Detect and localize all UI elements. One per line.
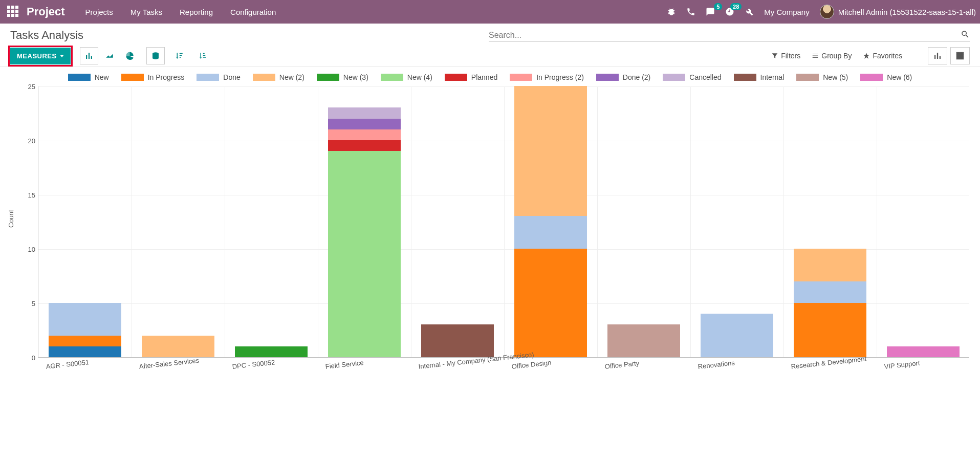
bar-group[interactable]	[514, 86, 587, 357]
chart-legend: NewIn ProgressDoneNew (2)New (3)New (4)P…	[0, 67, 980, 84]
legend-label: Internal	[760, 73, 785, 81]
legend-label: New (3)	[343, 73, 368, 81]
systray: 5 28 My Company Mitchell Admin (15531522…	[667, 5, 976, 19]
legend-swatch	[596, 74, 619, 81]
topbar: Project Projects My Tasks Reporting Conf…	[0, 0, 980, 24]
bar-group[interactable]	[235, 346, 308, 357]
user-name: Mitchell Admin (15531522-saas-15-1-all)	[838, 8, 976, 16]
legend-item[interactable]: Done (2)	[596, 73, 650, 81]
bar-group[interactable]	[421, 324, 494, 357]
search-bar[interactable]	[489, 29, 970, 42]
app-brand[interactable]: Project	[27, 5, 65, 18]
filters-button[interactable]: Filters	[771, 52, 800, 60]
bar-segment[interactable]	[514, 216, 587, 249]
search-input[interactable]	[489, 31, 961, 40]
x-tick: After-Sales Services	[139, 357, 200, 370]
bar-segment[interactable]	[794, 303, 866, 357]
chart-plot[interactable]: 0510152025	[38, 86, 969, 358]
legend-swatch	[253, 74, 275, 81]
legend-item[interactable]: New (2)	[253, 73, 304, 81]
x-tick: Renovations	[698, 359, 735, 370]
legend-swatch	[663, 74, 685, 81]
bar-group[interactable]	[49, 303, 121, 357]
legend-label: New (2)	[279, 73, 304, 81]
stacked-button[interactable]	[146, 47, 165, 64]
legend-item[interactable]: Planned	[445, 73, 497, 81]
user-menu[interactable]: Mitchell Admin (15531522-saas-15-1-all)	[820, 5, 976, 19]
legend-item[interactable]: New (4)	[381, 73, 432, 81]
legend-item[interactable]: Cancelled	[663, 73, 721, 81]
messaging-icon[interactable]: 5	[706, 7, 715, 16]
bar-segment[interactable]	[49, 336, 121, 346]
x-tick: Office Party	[604, 359, 640, 370]
bar-segment[interactable]	[49, 346, 121, 357]
legend-item[interactable]: New (5)	[796, 73, 848, 81]
bar-segment[interactable]	[887, 346, 960, 357]
legend-label: Done	[223, 73, 240, 81]
line-chart-button[interactable]	[100, 47, 119, 64]
favorites-button[interactable]: Favorites	[863, 52, 902, 60]
bar-group[interactable]	[607, 324, 680, 357]
legend-label: New	[95, 73, 109, 81]
y-tick: 15	[21, 191, 35, 199]
phone-icon[interactable]	[686, 7, 695, 16]
apps-icon[interactable]	[7, 6, 19, 18]
legend-label: In Progress (2)	[536, 73, 584, 81]
menu-my-tasks[interactable]: My Tasks	[130, 8, 162, 16]
bar-segment[interactable]	[328, 129, 401, 140]
legend-label: Cancelled	[689, 73, 721, 81]
bar-segment[interactable]	[421, 324, 494, 357]
bar-segment[interactable]	[794, 249, 866, 281]
y-axis-label: Count	[7, 210, 15, 228]
bar-group[interactable]	[328, 107, 401, 357]
sort-desc-button[interactable]	[170, 47, 188, 64]
pivot-view-button[interactable]	[950, 47, 970, 64]
legend-item[interactable]: In Progress (2)	[510, 73, 584, 81]
graph-view-button[interactable]	[928, 47, 947, 64]
legend-item[interactable]: New	[68, 73, 109, 81]
legend-item[interactable]: Done	[197, 73, 240, 81]
y-tick: 25	[21, 83, 35, 91]
bar-group[interactable]	[701, 314, 773, 357]
bar-segment[interactable]	[328, 140, 401, 151]
bar-segment[interactable]	[49, 303, 121, 336]
bar-segment[interactable]	[142, 336, 214, 357]
menu-configuration[interactable]: Configuration	[230, 8, 276, 16]
bar-group[interactable]	[142, 336, 214, 357]
bar-chart-button[interactable]	[80, 47, 98, 64]
avatar	[820, 5, 834, 19]
measures-button[interactable]: MEASURES	[10, 48, 71, 64]
bar-segment[interactable]	[514, 249, 587, 357]
bar-segment[interactable]	[328, 107, 401, 118]
measures-label: MEASURES	[17, 52, 57, 60]
bar-segment[interactable]	[235, 346, 308, 357]
legend-item[interactable]: New (3)	[317, 73, 368, 81]
bar-segment[interactable]	[328, 151, 401, 357]
y-tick: 20	[21, 137, 35, 145]
legend-item[interactable]: In Progress	[121, 73, 185, 81]
legend-swatch	[121, 74, 144, 81]
bar-group[interactable]	[794, 249, 866, 357]
bug-icon[interactable]	[667, 7, 676, 16]
bar-segment[interactable]	[607, 324, 680, 357]
x-tick: VIP Support	[884, 359, 920, 370]
legend-label: Planned	[471, 73, 497, 81]
bar-segment[interactable]	[794, 281, 866, 303]
menu-projects[interactable]: Projects	[85, 8, 113, 16]
legend-label: New (6)	[887, 73, 912, 81]
groupby-button[interactable]: Group By	[812, 52, 852, 60]
activities-icon[interactable]: 28	[725, 7, 734, 16]
y-tick: 5	[21, 300, 35, 308]
company-switcher[interactable]: My Company	[764, 8, 809, 16]
pie-chart-button[interactable]	[121, 47, 139, 64]
sort-asc-button[interactable]	[193, 47, 212, 64]
menu-reporting[interactable]: Reporting	[180, 8, 213, 16]
bar-group[interactable]	[887, 346, 960, 357]
legend-item[interactable]: Internal	[734, 73, 785, 81]
bar-segment[interactable]	[514, 86, 587, 216]
search-icon[interactable]	[961, 30, 970, 40]
bar-segment[interactable]	[701, 314, 773, 357]
legend-item[interactable]: New (6)	[860, 73, 912, 81]
tools-icon[interactable]	[745, 7, 754, 16]
bar-segment[interactable]	[328, 119, 401, 129]
